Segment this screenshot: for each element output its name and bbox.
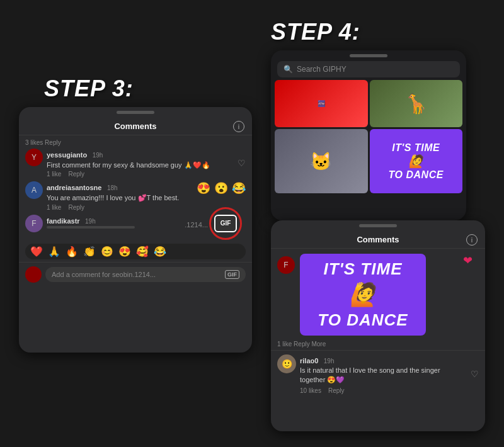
comment2-text: Is it natural that I love the song and t… bbox=[300, 366, 467, 385]
info-icon-4: i bbox=[466, 234, 478, 246]
comment-text-1: First comment for my sexy & handsome guy… bbox=[47, 161, 234, 169]
comment-content-3: fandikastr 19h bbox=[47, 215, 181, 231]
avatar-1: Y bbox=[25, 149, 43, 166]
comment-time-1: 19h bbox=[93, 152, 103, 159]
comment-user-3: fandikastr bbox=[47, 217, 80, 225]
input-field[interactable]: Add a comment for seobin.1214... GIF bbox=[45, 267, 246, 282]
giphy-notch bbox=[350, 54, 387, 57]
comment-user-2: andreiasantosne bbox=[47, 184, 101, 191]
dance-figure-giphy: 🙋 bbox=[408, 154, 424, 168]
input-avatar bbox=[25, 266, 42, 283]
gif-giraffe-content: 🦒 bbox=[370, 80, 463, 127]
comment-content-2: andreiasantosne 18h You are amazing!!! I… bbox=[47, 181, 193, 210]
partial-bar bbox=[47, 226, 135, 229]
gif-button-area: GIF bbox=[214, 215, 246, 232]
react-emoji-7[interactable]: 🥰 bbox=[136, 246, 149, 257]
input-placeholder: Add a comment for seobin.1214... bbox=[52, 271, 156, 278]
giphy-search-bar[interactable]: 🔍 Search GIPHY bbox=[277, 61, 460, 77]
giphy-search-text: Search GIPHY bbox=[297, 65, 346, 74]
dance-gif-box: IT'S TIME 🙋 TO DANCE bbox=[300, 254, 426, 336]
dance-figure-big: 🙋 bbox=[349, 281, 377, 308]
comment2-content: rilao0 19h Is it natural that I love the… bbox=[300, 354, 467, 394]
comment-row-1: Y yessugianto 19h First comment for my s… bbox=[25, 149, 246, 178]
input-gif-button[interactable]: GIF bbox=[225, 270, 239, 279]
likes-reply-row: 3 likes Reply bbox=[25, 139, 246, 146]
heart-icon-rilao: ♡ bbox=[471, 369, 479, 379]
comment2-meta: 10 likes Reply bbox=[300, 387, 467, 394]
comment-meta-1: 1 like Reply bbox=[47, 171, 234, 178]
giphy-grid: 🏧 🦒 🐱 IT'S TIME 🙋 TO DANCE bbox=[275, 80, 462, 193]
gif-red-content: 🏧 bbox=[275, 80, 368, 127]
heart-icon-1: ♡ bbox=[238, 158, 246, 168]
gif-cell-red[interactable]: 🏧 bbox=[275, 80, 368, 127]
comment2-user: rilao0 bbox=[300, 357, 318, 365]
gif-badge-highlight[interactable]: GIF bbox=[214, 215, 237, 232]
avatar-rilao: 🙂 bbox=[277, 354, 296, 373]
comment2-time: 19h bbox=[324, 358, 335, 365]
comment-text-2: You are amazing!!! I love you 💕T the bes… bbox=[47, 193, 193, 202]
comment-section-3: 3 likes Reply Y yessugianto 19h First co… bbox=[19, 135, 252, 242]
react-emoji-3[interactable]: 🔥 bbox=[66, 246, 78, 257]
react-emoji-4[interactable]: 👏 bbox=[83, 246, 96, 257]
comment-row-rilao: 🙂 rilao0 19h Is it natural that I love t… bbox=[271, 350, 485, 398]
step3-label: STEP 3: bbox=[44, 76, 134, 102]
comment-row-2: A andreiasantosne 18h You are amazing!!!… bbox=[25, 181, 246, 210]
comments-header-4: Comments i bbox=[271, 231, 485, 249]
gif-commenter-avatar: F bbox=[277, 256, 295, 274]
gif-cell-cat[interactable]: 🐱 bbox=[275, 129, 368, 193]
comment-time-2: 18h bbox=[107, 184, 118, 191]
comment-time-3: 19h bbox=[85, 218, 96, 225]
heart-red-icon: ❤ bbox=[463, 254, 472, 268]
info-icon-3: i bbox=[233, 121, 244, 132]
phone-notch-3 bbox=[117, 111, 154, 114]
comment-user-1: yessugianto bbox=[47, 151, 87, 159]
phone-comments2: Comments i F IT'S TIME 🙋 TO DANCE ❤ 1 li… bbox=[271, 220, 485, 431]
react-emoji-5[interactable]: 😊 bbox=[101, 246, 113, 257]
gif-cell-giraffe[interactable]: 🦒 bbox=[370, 80, 463, 127]
comment-partial-text: .1214... bbox=[185, 220, 208, 229]
dance-text-top-giphy: IT'S TIME bbox=[392, 142, 440, 154]
phone-notch-4 bbox=[359, 224, 397, 227]
comment-input-row: Add a comment for seobin.1214... GIF bbox=[19, 262, 252, 286]
dance-gif-comment: F IT'S TIME 🙋 TO DANCE ❤ bbox=[277, 254, 479, 336]
phone-step3: Comments i 3 likes Reply Y yessugianto 1… bbox=[19, 107, 252, 353]
emoji-reactions: 😍😮😂 bbox=[197, 181, 246, 195]
dance-text-bottom-giphy: TO DANCE bbox=[389, 169, 444, 181]
comments-title-3: Comments bbox=[114, 122, 156, 131]
dance-big-bottom: TO DANCE bbox=[318, 310, 408, 330]
gif-cat-content: 🐱 bbox=[275, 129, 368, 193]
emoji-react-row: ❤️ 🙏 🔥 👏 😊 😍 🥰 😂 bbox=[25, 244, 246, 259]
gif-cell-dance[interactable]: IT'S TIME 🙋 TO DANCE bbox=[370, 129, 463, 193]
phone-giphy: 🔍 Search GIPHY 🏧 🦒 🐱 IT'S TIME 🙋 TO DANC… bbox=[271, 50, 466, 220]
step4-label: STEP 4: bbox=[271, 19, 360, 45]
avatar-2: A bbox=[25, 181, 43, 199]
comment-meta-2: 1 like Reply bbox=[47, 204, 193, 211]
comment-content-1: yessugianto 19h First comment for my sex… bbox=[47, 149, 234, 178]
react-emoji-1[interactable]: ❤️ bbox=[30, 246, 43, 257]
comments-title-4: Comments bbox=[357, 235, 399, 244]
comments-header-3: Comments i bbox=[19, 118, 252, 135]
avatar-3: F bbox=[25, 215, 43, 232]
react-emoji-8[interactable]: 😂 bbox=[154, 246, 166, 257]
search-icon-giphy: 🔍 bbox=[284, 65, 293, 74]
gif-meta: 1 like Reply More bbox=[271, 341, 485, 350]
gif-red-label: 🏧 bbox=[318, 100, 325, 107]
react-emoji-6[interactable]: 😍 bbox=[118, 246, 131, 257]
react-emoji-2[interactable]: 🙏 bbox=[48, 246, 60, 257]
comment-row-3: F fandikastr 19h .1214... GIF bbox=[25, 215, 246, 235]
dance-big-top: IT'S TIME bbox=[324, 259, 403, 279]
